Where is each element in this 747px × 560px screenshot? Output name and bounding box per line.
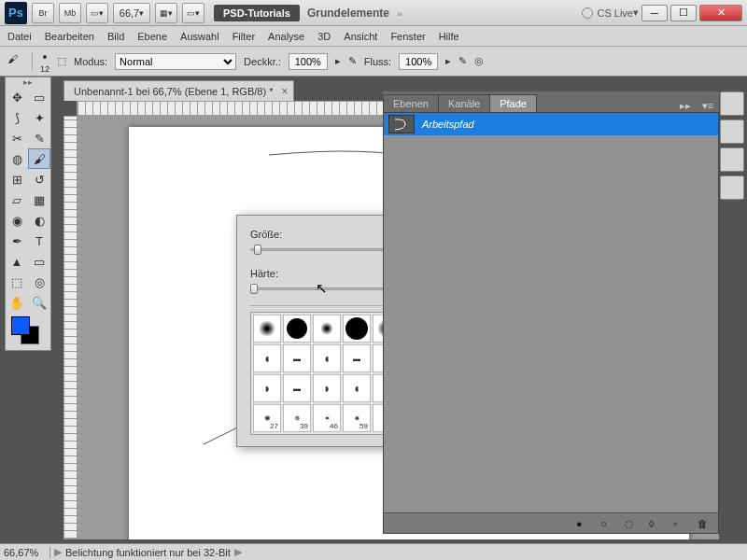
brush-preset[interactable]: ▬ — [343, 344, 371, 372]
status-menu-icon[interactable]: ▶ — [54, 546, 62, 558]
close-button[interactable]: ✕ — [699, 5, 742, 21]
status-flyout-icon[interactable]: ▶ — [234, 546, 242, 558]
3d-tool[interactable]: ⬚ — [6, 272, 28, 292]
pen-tool[interactable]: ✒ — [6, 231, 28, 251]
menu-auswahl[interactable]: Auswahl — [180, 31, 219, 42]
foreground-color[interactable] — [11, 316, 30, 335]
bridge-button[interactable]: Br — [32, 3, 54, 23]
status-zoom[interactable]: 66,67% — [4, 547, 50, 558]
minimize-button[interactable]: ─ — [641, 5, 668, 21]
dodge-tool[interactable]: ◐ — [28, 210, 50, 231]
marquee-tool[interactable]: ▭ — [28, 87, 50, 107]
flow-input[interactable] — [399, 53, 438, 70]
brush-preset[interactable]: ◗ — [313, 374, 341, 402]
brush-preset[interactable] — [253, 315, 281, 343]
selection-to-path-icon[interactable]: ◊ — [649, 518, 660, 529]
options-bar: 🖌 • 12 ⬚ Modus: Normal Deckkr.: ▸ ✎ Flus… — [0, 47, 747, 77]
brush-preset[interactable]: ◗ — [253, 374, 281, 402]
zoom-level[interactable]: 66,7 ▾ — [113, 3, 150, 23]
tablet-pressure-icon[interactable]: ◎ — [474, 55, 484, 67]
brush-preset[interactable]: ✷59 — [343, 404, 371, 432]
shape-tool[interactable]: ▭ — [28, 251, 50, 272]
brush-preset[interactable]: ▬ — [283, 344, 311, 372]
layout-button[interactable]: ▭▾ — [86, 3, 108, 23]
lasso-tool[interactable]: ⟆ — [6, 107, 28, 128]
menu-ansicht[interactable]: Ansicht — [344, 31, 377, 42]
menu-hilfe[interactable]: Hilfe — [439, 31, 459, 42]
history-brush-tool[interactable]: ↺ — [28, 169, 50, 189]
menu-filter[interactable]: Filter — [233, 31, 255, 42]
status-bar: 66,67% ▶ Belichtung funktioniert nur bei… — [0, 543, 747, 560]
flow-flyout-icon[interactable]: ▸ — [445, 55, 451, 67]
fill-path-icon[interactable]: ● — [576, 518, 587, 529]
3d-camera-tool[interactable]: ◎ — [28, 272, 50, 292]
hand-tool[interactable]: ✋ — [6, 292, 28, 313]
panel-footer: ● ○ ◌ ◊ ▫ 🗑 — [384, 512, 718, 533]
minibridge-button[interactable]: Mb — [59, 3, 81, 23]
new-path-icon[interactable]: ▫ — [673, 518, 684, 529]
gradient-tool[interactable]: ▦ — [28, 189, 50, 210]
move-tool[interactable]: ✥ — [6, 87, 28, 107]
brush-preset[interactable]: ▬ — [283, 374, 311, 402]
brush-preset[interactable]: ✶46 — [313, 404, 341, 432]
path-item-arbeitspfad[interactable]: Arbeitspfad — [384, 113, 718, 135]
heal-tool[interactable]: ◍ — [6, 148, 28, 169]
brush-preset[interactable]: ✵39 — [283, 404, 311, 432]
menu-3d[interactable]: 3D — [317, 31, 331, 42]
tab-kanaele[interactable]: Kanäle — [438, 94, 490, 112]
close-tab-icon[interactable]: × — [281, 85, 288, 98]
eraser-tool[interactable]: ▱ — [6, 189, 28, 210]
fluss-label: Fluss: — [364, 56, 391, 67]
tab-ebenen[interactable]: Ebenen — [383, 94, 439, 112]
workspace-psd-tutorials[interactable]: PSD-Tutorials — [214, 5, 300, 21]
brush-preset-picker[interactable]: • 12 — [40, 49, 49, 74]
stroke-path-icon[interactable]: ○ — [600, 518, 612, 529]
brush-preset[interactable] — [313, 315, 341, 343]
menu-analyse[interactable]: Analyse — [268, 31, 304, 42]
brush-preset[interactable]: ◖ — [343, 374, 371, 402]
panel-menu-icon[interactable]: ▾≡ — [697, 100, 719, 112]
brush-preset[interactable]: ✺27 — [253, 404, 281, 432]
color-swatches[interactable] — [6, 313, 50, 350]
dock-icon-3[interactable] — [720, 147, 744, 172]
workspace-name[interactable]: Grundelemente — [307, 7, 389, 20]
screenmode-button[interactable]: ▭▾ — [182, 3, 204, 23]
dock-icon-1[interactable] — [720, 91, 744, 116]
panel-collapse-icon[interactable]: ▸▸ — [674, 100, 697, 112]
brush-panel-toggle-icon[interactable]: ⬚ — [57, 55, 66, 67]
status-message: Belichtung funktioniert nur bei 32-Bit — [65, 547, 231, 558]
brush-preset[interactable] — [343, 315, 371, 343]
zoom-tool[interactable]: 🔍 — [28, 292, 50, 313]
blur-tool[interactable]: ◉ — [6, 210, 28, 231]
opacity-input[interactable] — [289, 53, 328, 70]
maximize-button[interactable]: ☐ — [670, 5, 697, 21]
brush-preset[interactable] — [283, 315, 311, 343]
stamp-tool[interactable]: ⊞ — [6, 169, 28, 189]
menu-ebene[interactable]: Ebene — [137, 31, 167, 42]
menu-bearbeiten[interactable]: Bearbeiten — [45, 31, 94, 42]
tablet-opacity-icon[interactable]: ✎ — [348, 55, 357, 67]
document-tab[interactable]: Unbenannt-1 bei 66,7% (Ebene 1, RGB/8) *… — [63, 80, 294, 101]
path-select-tool[interactable]: ▲ — [6, 251, 28, 272]
path-to-selection-icon[interactable]: ◌ — [625, 518, 636, 529]
brush-preset[interactable]: ◖ — [313, 344, 341, 372]
crop-tool[interactable]: ✂ — [6, 128, 28, 148]
blend-mode-select[interactable]: Normal — [115, 53, 236, 70]
dock-icon-2[interactable] — [720, 119, 744, 144]
menu-datei[interactable]: Datei — [7, 31, 32, 42]
cslive-button[interactable]: CS Live ▾ — [582, 7, 639, 19]
menu-fenster[interactable]: Fenster — [390, 31, 425, 42]
type-tool[interactable]: T — [28, 231, 50, 251]
chevron-right-icon[interactable]: » — [397, 7, 402, 19]
menu-bild[interactable]: Bild — [107, 31, 124, 42]
eyedropper-tool[interactable]: ✎ — [28, 128, 50, 148]
arrange-button[interactable]: ▦▾ — [155, 3, 177, 23]
opacity-flyout-icon[interactable]: ▸ — [335, 55, 341, 67]
brush-tool[interactable]: 🖌 — [28, 148, 50, 169]
delete-path-icon[interactable]: 🗑 — [698, 518, 709, 529]
dock-icon-4[interactable] — [720, 175, 744, 200]
brush-preset[interactable]: ◖ — [253, 344, 281, 372]
airbrush-icon[interactable]: ✎ — [458, 55, 467, 67]
tab-pfade[interactable]: Pfade — [489, 94, 537, 112]
wand-tool[interactable]: ✦ — [28, 107, 50, 128]
